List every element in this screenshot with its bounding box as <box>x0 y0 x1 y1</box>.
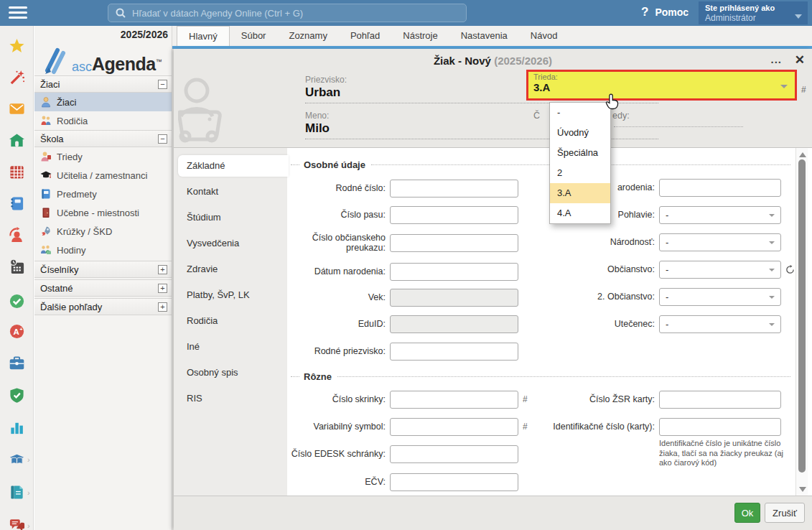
menu-tab-navod[interactable]: Návod <box>519 26 569 46</box>
favorites-star-icon[interactable] <box>9 37 25 54</box>
identifikacne-cislo-label: Identifikačné číslo (karty): <box>531 422 655 432</box>
cislo-zsr-karty-input[interactable] <box>659 391 781 409</box>
sidebar-item-ucitelia[interactable]: Učitelia / zamestnanci <box>34 166 172 185</box>
expand-icon[interactable]: + <box>158 284 167 293</box>
scroll-down-icon[interactable] <box>799 487 806 492</box>
tab-kontakt[interactable]: Kontakt <box>174 181 287 203</box>
cislo-op-input[interactable] <box>390 234 518 252</box>
trieda-combobox[interactable]: Trieda: 3.A <box>526 70 797 101</box>
vertical-scrollbar[interactable] <box>795 148 808 496</box>
tab-zakladne[interactable]: Základné <box>178 155 289 177</box>
cancel-button[interactable]: Zrušiť <box>765 503 805 523</box>
briefcase-icon[interactable] <box>9 355 25 371</box>
ok-button[interactable]: Ok <box>734 503 760 523</box>
documents-icon[interactable] <box>9 484 25 501</box>
section-header-osobne-udaje: Osobné údaje <box>291 159 790 170</box>
expand-icon[interactable]: + <box>158 265 167 274</box>
cislo-edesk-input[interactable] <box>390 445 518 463</box>
submenu-chevron-icon: › <box>27 488 30 497</box>
left-navigation-panel: 2025/2026 ascAgenda™ Žiaci− Žiaci Rodiči… <box>34 26 172 530</box>
sidebar-item-predmety[interactable]: Predmety <box>34 185 172 203</box>
substitutions-person-icon[interactable] <box>9 227 25 243</box>
hamburger-menu-icon[interactable] <box>9 6 27 19</box>
variabilny-symbol-input[interactable] <box>390 418 518 436</box>
nav-group-ostatne[interactable]: Ostatné+ <box>34 279 172 297</box>
search-input[interactable]: Hľadať v dátach Agendy Online (Ctrl + G) <box>108 4 467 22</box>
tab-rodicia[interactable]: Rodičia <box>174 310 287 332</box>
statistics-bars-icon[interactable] <box>9 419 25 436</box>
mail-envelope-icon[interactable] <box>9 101 25 117</box>
grades-a-plus-icon[interactable]: A+ <box>9 323 25 340</box>
tab-ris[interactable]: RIS <box>174 388 287 409</box>
menu-tab-hlavny[interactable]: Hlavný <box>177 26 230 46</box>
tab-studium[interactable]: Štúdium <box>174 207 287 228</box>
chevron-down-icon <box>769 241 775 244</box>
menu-tab-nastroje[interactable]: Nástroje <box>391 26 449 46</box>
datum-narodenia-input[interactable] <box>390 263 518 281</box>
pohlavie-select[interactable]: - <box>659 206 781 224</box>
dropdown-option-3a[interactable]: 3.A <box>550 183 610 203</box>
druhe-obcianstvo-select[interactable]: - <box>659 288 781 306</box>
refresh-icon[interactable] <box>785 265 795 274</box>
tab-platby[interactable]: Platby, ŠvP, LK <box>174 284 287 306</box>
sidebar-item-ziaci[interactable]: Žiaci <box>34 93 172 111</box>
menu-tab-zoznamy[interactable]: Zoznamy <box>277 26 338 46</box>
hash-icon[interactable]: # <box>523 422 528 432</box>
nav-group-skola[interactable]: Škola− <box>34 130 172 147</box>
library-book-icon[interactable] <box>9 451 25 468</box>
dropdown-option-specialna[interactable]: Špeciálna <box>550 143 610 163</box>
sidebar-item-triedy[interactable]: Triedy <box>34 147 172 166</box>
sidebar-item-hodiny[interactable]: Hodiny <box>34 241 172 259</box>
tab-ine[interactable]: Iné <box>174 336 287 358</box>
menu-tab-nastavenia[interactable]: Nastavenia <box>449 26 519 46</box>
school-home-icon[interactable] <box>9 132 25 149</box>
menu-tab-pohlad[interactable]: Pohľad <box>339 26 391 46</box>
tab-vysvedcenia[interactable]: Vysvedčenia <box>174 233 287 254</box>
nav-group-ziaci[interactable]: Žiaci− <box>34 75 172 93</box>
sidebar-item-ucebne[interactable]: Učebne - miestnosti <box>34 203 172 222</box>
sidebar-item-rodicia[interactable]: Rodičia <box>34 111 172 130</box>
dropdown-option-4a[interactable]: 4.A <box>550 203 610 223</box>
classbook-icon[interactable] <box>9 195 25 212</box>
sidebar-item-kruzky[interactable]: Krúžky / ŠKD <box>34 222 172 241</box>
obcianstvo-label: Občianstvo: <box>531 264 655 274</box>
expand-icon[interactable]: + <box>158 302 167 312</box>
cislo-pasu-input[interactable] <box>390 206 518 224</box>
more-options-button[interactable]: ... <box>770 49 782 70</box>
miesto-narodenia-input[interactable] <box>659 179 781 197</box>
user-menu[interactable]: Ste prihlásený ako Administrátor <box>699 1 808 24</box>
scroll-up-icon[interactable] <box>799 152 806 157</box>
wizard-wand-icon[interactable] <box>9 69 25 85</box>
security-shield-icon[interactable] <box>9 387 25 404</box>
nav-group-dalsie-pohlady[interactable]: Ďalšie pohľady+ <box>34 298 172 315</box>
collapse-icon[interactable]: − <box>158 134 167 144</box>
hash-icon[interactable]: # <box>801 85 806 95</box>
utecenec-select[interactable]: - <box>659 315 781 333</box>
messages-icon[interactable] <box>9 517 25 530</box>
hash-icon[interactable]: # <box>523 394 528 404</box>
scrollbar-thumb[interactable] <box>798 159 806 473</box>
dropdown-option-uvodny[interactable]: Úvodný <box>550 123 610 143</box>
timetable-grid-icon[interactable] <box>9 164 25 180</box>
calendar-clock-icon[interactable] <box>9 259 25 275</box>
close-icon[interactable]: ✕ <box>795 49 805 72</box>
tab-osobny-spis[interactable]: Osobný spis <box>174 362 287 383</box>
dropdown-option-empty[interactable]: - <box>550 103 610 123</box>
cislo-skrinky-input[interactable] <box>390 391 518 409</box>
rodne-cislo-input[interactable] <box>390 180 518 197</box>
narodnost-select[interactable]: - <box>659 233 781 251</box>
rodne-priezvisko-input[interactable] <box>390 343 518 361</box>
dropdown-option-2[interactable]: 2 <box>550 163 610 183</box>
chevron-down-icon <box>769 323 775 326</box>
nav-group-ciselniky[interactable]: Číselníky+ <box>34 261 172 278</box>
identifikacne-cislo-input[interactable] <box>659 418 781 436</box>
student-photo-placeholder[interactable] <box>178 75 223 145</box>
covered-label-fragment: edy: <box>612 111 630 121</box>
collapse-icon[interactable]: − <box>158 80 167 89</box>
approved-badge-icon[interactable] <box>9 293 25 310</box>
menu-tab-subor[interactable]: Súbor <box>230 26 278 46</box>
help-button[interactable]: ? Pomoc <box>641 5 689 19</box>
ecv-input[interactable] <box>390 473 518 491</box>
tab-zdravie[interactable]: Zdravie <box>174 259 287 280</box>
obcianstvo-select[interactable]: - <box>659 261 781 279</box>
